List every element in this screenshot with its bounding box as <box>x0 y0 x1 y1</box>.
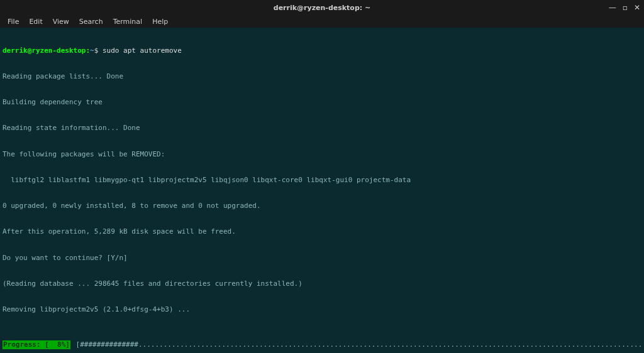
output-line: libftgl2 liblastfm1 libmygpo-qt1 libproj… <box>3 176 641 185</box>
terminal-body[interactable]: derrik@ryzen-desktop:~$ sudo apt autorem… <box>0 28 644 353</box>
prompt-line: derrik@ryzen-desktop:~$ sudo apt autorem… <box>3 46 641 55</box>
prompt-dollar: $ <box>94 46 99 55</box>
menubar: File Edit View Search Terminal Help <box>0 15 644 28</box>
menu-view[interactable]: View <box>48 16 74 27</box>
progress-row: Progress: [ 8%] [##############.........… <box>3 340 641 349</box>
progress-bar: [##############.........................… <box>72 340 641 349</box>
output-line: Reading package lists... Done <box>3 72 641 81</box>
output-line: (Reading database ... 298645 files and d… <box>3 280 641 288</box>
menu-help[interactable]: Help <box>147 16 173 27</box>
menu-search[interactable]: Search <box>74 16 108 27</box>
titlebar: derrik@ryzen-desktop: ~ — ▫ ✕ <box>0 0 644 15</box>
output-line: Removing libprojectm2v5 (2.1.0+dfsg-4+b3… <box>3 305 641 314</box>
output-line: Do you want to continue? [Y/n] <box>3 254 641 263</box>
window-title: derrik@ryzen-desktop: ~ <box>274 4 370 12</box>
output-line: Building dependency tree <box>3 98 641 107</box>
output-line: Reading state information... Done <box>3 124 641 133</box>
close-icon[interactable]: ✕ <box>634 4 640 11</box>
menu-edit[interactable]: Edit <box>24 16 47 27</box>
progress-label: Progress: [ 8%] <box>3 340 70 349</box>
prompt-user-host: derrik@ryzen-desktop <box>3 46 86 55</box>
output-line: After this operation, 5,289 kB disk spac… <box>3 227 641 236</box>
window-controls: — ▫ ✕ <box>609 0 640 15</box>
maximize-icon[interactable]: ▫ <box>623 4 628 11</box>
minimize-icon[interactable]: — <box>609 4 616 11</box>
output-line: 0 upgraded, 0 newly installed, 8 to remo… <box>3 202 641 210</box>
menu-file[interactable]: File <box>3 16 24 27</box>
output-line: The following packages will be REMOVED: <box>3 150 641 159</box>
command-text: sudo apt autoremove <box>103 46 182 55</box>
menu-terminal[interactable]: Terminal <box>108 16 148 27</box>
prompt-path: ~ <box>90 46 94 55</box>
